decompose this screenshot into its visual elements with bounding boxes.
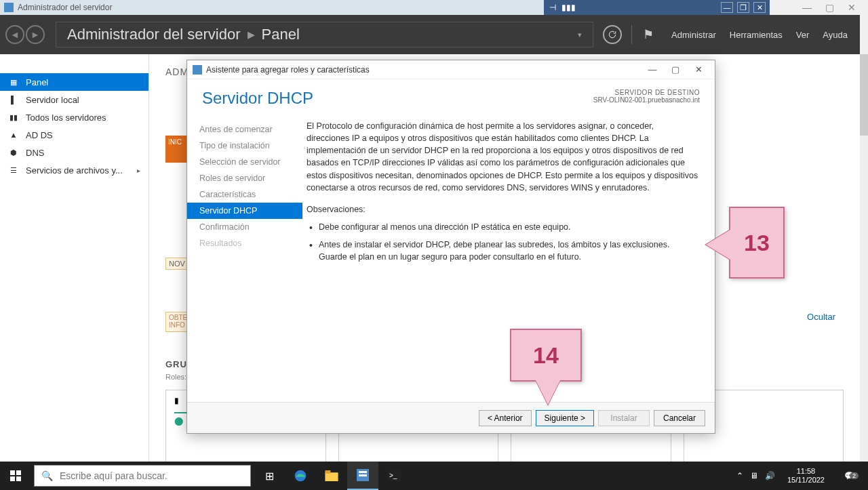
destination-label: SERVIDOR DE DESTINO: [593, 89, 700, 96]
sidebar-item-panel[interactable]: ▦ Panel: [0, 73, 149, 91]
role-card-icon: ▮: [174, 396, 186, 408]
add-roles-wizard-dialog: Asistente para agregar roles y caracterí…: [186, 60, 715, 434]
server-manager-app-icon[interactable]: [347, 462, 378, 490]
annotation-callout-14: 14: [510, 329, 582, 382]
wizard-maximize-button[interactable]: ▢: [665, 62, 686, 78]
sidebar-item-dns[interactable]: ⬢ DNS: [0, 144, 149, 161]
breadcrumb-root: Administrador del servidor: [67, 26, 241, 43]
system-tray: ⌃ 🖥 🔊 11:58 15/11/2022 💬 2: [730, 467, 868, 485]
wizard-page-title: Servidor DHCP: [202, 89, 593, 108]
menu-manage[interactable]: Administrar: [671, 30, 716, 40]
taskbar-clock[interactable]: 11:58 15/11/2022: [782, 467, 830, 485]
taskbar-search-input[interactable]: 🔍 Escribe aquí para buscar.: [34, 465, 251, 487]
refresh-icon: [608, 30, 617, 39]
folder-icon: [325, 470, 338, 481]
hide-link[interactable]: Ocultar: [807, 312, 835, 322]
files-icon: ☰: [8, 165, 19, 175]
clock-time: 11:58: [787, 467, 825, 476]
sidebar-item-adds[interactable]: ▲ AD DS: [0, 126, 149, 144]
next-button[interactable]: Siguiente >: [536, 410, 594, 426]
previous-button[interactable]: < Anterior: [479, 410, 532, 426]
groups-subheading: Roles:: [165, 373, 186, 381]
navigation-sidebar: ▦ Panel ▌ Servidor local ▮▮ Todos los se…: [0, 54, 149, 462]
dhcp-description-text: El Protocolo de configuración dinámica d…: [307, 120, 698, 194]
sidebar-item-label: Servicios de archivos y...: [26, 165, 123, 176]
notifications-flag-icon[interactable]: ⚑: [643, 27, 654, 42]
step-server-roles[interactable]: Roles de servidor: [187, 170, 302, 186]
menu-view[interactable]: Ver: [796, 30, 810, 40]
vm-maximize-button[interactable]: ❐: [737, 2, 749, 13]
host-close-button[interactable]: ✕: [848, 2, 856, 13]
server-icon: ▌: [8, 95, 19, 104]
destination-server-name: SRV-OLIN02-001.pruebasnacho.int: [593, 96, 700, 104]
scrollbar-thumb[interactable]: [860, 54, 868, 136]
nav-back-button[interactable]: ◄: [5, 25, 24, 44]
dns-icon: ⬢: [8, 148, 19, 157]
step-server-selection[interactable]: Selección de servidor: [187, 154, 302, 170]
breadcrumb-dropdown-icon[interactable]: ▾: [578, 30, 582, 39]
step-installation-type[interactable]: Tipo de instalación: [187, 138, 302, 154]
adds-icon: ▲: [8, 130, 19, 140]
annotation-callout-13: 13: [729, 207, 785, 279]
search-icon: 🔍: [41, 470, 53, 481]
vm-minimize-button[interactable]: —: [721, 2, 733, 13]
vm-toolbar-spacer: [581, 0, 717, 15]
wizard-content-pane: El Protocolo de configuración dinámica d…: [302, 113, 715, 402]
vm-titlebar: Administrador del servidor ⊣ ▮▮▮ — ❐ ✕: [0, 0, 770, 15]
edge-app-icon[interactable]: [285, 462, 316, 490]
sidebar-item-local-server[interactable]: ▌ Servidor local: [0, 91, 149, 108]
cancel-button[interactable]: Cancelar: [654, 410, 705, 426]
menu-help[interactable]: Ayuda: [823, 30, 848, 40]
header-divider: [631, 25, 632, 44]
breadcrumb-bar[interactable]: Administrador del servidor ▸ Panel ▾: [56, 22, 593, 47]
tray-display-icon[interactable]: 🖥: [750, 471, 758, 481]
terminal-app-icon[interactable]: >_: [378, 462, 410, 490]
tray-overflow-icon[interactable]: ⌃: [736, 471, 743, 481]
clock-date: 15/11/2022: [787, 476, 825, 485]
note-item-1: Debe configurar al menos una dirección I…: [309, 221, 698, 233]
step-features[interactable]: Características: [187, 186, 302, 203]
note-item-2: Antes de instalar el servidor DHCP, debe…: [309, 239, 698, 263]
svg-rect-6: [325, 470, 330, 474]
chevron-right-icon: ▸: [137, 167, 140, 174]
nav-forward-button[interactable]: ►: [26, 25, 45, 44]
host-maximize-button[interactable]: ▢: [825, 2, 834, 13]
step-confirmation[interactable]: Confirmación: [187, 219, 302, 235]
groups-heading: GRU: [165, 359, 187, 369]
host-minimize-button[interactable]: —: [802, 2, 812, 13]
wizard-icon: [193, 65, 202, 75]
wizard-steps-nav: Antes de comenzar Tipo de instalación Se…: [187, 113, 302, 402]
step-dhcp-server[interactable]: Servidor DHCP: [187, 203, 302, 219]
wizard-close-button[interactable]: ✕: [688, 62, 709, 78]
windows-logo-icon: [10, 470, 21, 481]
host-window-controls: — ▢ ✕: [770, 0, 868, 15]
svg-rect-8: [359, 471, 367, 473]
wizard-titlebar: Asistente para agregar roles y caracterí…: [187, 60, 715, 79]
explorer-app-icon[interactable]: [316, 462, 347, 490]
svg-rect-0: [10, 470, 15, 475]
sidebar-item-label: Panel: [26, 77, 48, 87]
step-before-you-begin[interactable]: Antes de comenzar: [187, 121, 302, 138]
vm-pin-icon[interactable]: ⊣: [549, 3, 556, 12]
vm-signal-icon: ▮▮▮: [561, 3, 576, 12]
start-button[interactable]: [0, 462, 31, 490]
taskbar-pinned-apps: ⊞ >_: [254, 462, 410, 490]
refresh-button[interactable]: [603, 25, 622, 44]
cmd-icon: >_: [387, 470, 401, 481]
sidebar-item-all-servers[interactable]: ▮▮ Todos los servidores: [0, 108, 149, 126]
vm-close-button[interactable]: ✕: [753, 2, 766, 13]
header-menu: Administrar Herramientas Ver Ayuda: [659, 30, 860, 40]
action-center-button[interactable]: 💬 2: [837, 471, 861, 481]
notes-heading: Observaciones:: [307, 203, 698, 216]
svg-text:>_: >_: [389, 472, 397, 479]
menu-tools[interactable]: Herramientas: [730, 30, 783, 40]
sidebar-item-label: AD DS: [26, 130, 53, 140]
sidebar-item-file-services[interactable]: ☰ Servicios de archivos y... ▸: [0, 161, 149, 179]
dashboard-icon: ▦: [8, 77, 19, 87]
tray-volume-icon[interactable]: 🔊: [765, 471, 775, 481]
svg-rect-9: [359, 474, 367, 476]
task-view-button[interactable]: ⊞: [254, 462, 285, 490]
wizard-minimize-button[interactable]: —: [642, 62, 663, 78]
main-scrollbar[interactable]: [860, 54, 868, 462]
step-results: Resultados: [187, 235, 302, 251]
